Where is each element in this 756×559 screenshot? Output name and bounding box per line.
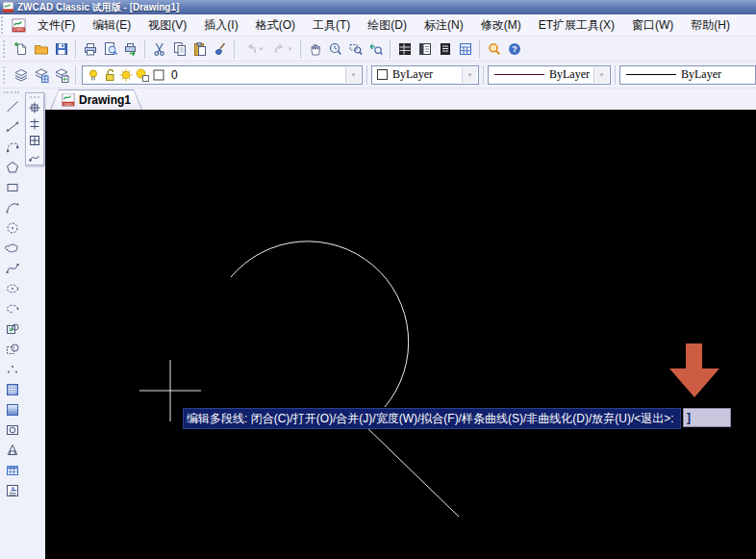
- menu-item-etx[interactable]: ET扩展工具(X): [530, 14, 623, 37]
- curve-snap-icon: [28, 150, 41, 164]
- arc-button[interactable]: [3, 198, 22, 217]
- paste-button[interactable]: [189, 38, 210, 59]
- line-button[interactable]: [3, 97, 22, 116]
- polygon-button[interactable]: [3, 158, 22, 177]
- dwg-logo-icon[interactable]: DWG: [8, 15, 29, 35]
- layer-states-icon: [34, 67, 49, 83]
- find-icon: [487, 41, 502, 57]
- toolbar-separator: [75, 65, 76, 85]
- spline-button[interactable]: [3, 259, 22, 278]
- construction-line-button[interactable]: [3, 117, 22, 137]
- menu-item-t[interactable]: 工具(T): [304, 14, 359, 37]
- plot-button[interactable]: [120, 38, 140, 59]
- command-input-field[interactable]: ]: [683, 408, 731, 427]
- sun-icon[interactable]: [118, 67, 134, 83]
- title-bar[interactable]: ZWCAD Classic 试用版 - [Drawing1]: [0, 0, 756, 14]
- point-button[interactable]: [3, 360, 22, 379]
- draw-toolbar-grip[interactable]: [4, 91, 19, 95]
- menu-item-e[interactable]: 编辑(E): [84, 14, 139, 37]
- print-preview-button[interactable]: [100, 38, 120, 59]
- layer-states-button[interactable]: [31, 64, 51, 85]
- make-block-button[interactable]: [3, 340, 22, 359]
- undo-button[interactable]: ▾: [239, 38, 267, 59]
- properties-palette-button[interactable]: [394, 38, 415, 59]
- region-icon: [5, 422, 20, 438]
- menu-item-v[interactable]: 视图(V): [139, 14, 195, 37]
- rectangle-button[interactable]: [3, 178, 22, 197]
- print-button[interactable]: [80, 38, 100, 59]
- save-button[interactable]: [51, 38, 71, 59]
- new-file-button[interactable]: [11, 38, 31, 59]
- properties-toolbar-grip[interactable]: [3, 66, 8, 84]
- zoom-window-button[interactable]: [345, 38, 365, 59]
- quickcalc-button[interactable]: [455, 38, 475, 59]
- model-space-canvas[interactable]: [45, 110, 756, 559]
- circle-button[interactable]: [3, 218, 22, 238]
- callout-down-arrow-icon: [669, 343, 719, 401]
- insert-block-button[interactable]: [3, 319, 22, 339]
- menu-item-d[interactable]: 绘图(D): [359, 14, 416, 37]
- grid-snap-button[interactable]: [27, 133, 42, 148]
- zoom-previous-button[interactable]: [365, 38, 386, 59]
- linetype-combobox[interactable]: ByLayer ▾: [488, 65, 611, 85]
- redo-dropdown-icon[interactable]: ▾: [289, 45, 292, 53]
- plot-state-icon[interactable]: [135, 67, 150, 83]
- cut-button[interactable]: [149, 38, 169, 59]
- zoom-realtime-button[interactable]: [325, 38, 345, 59]
- lock-icon[interactable]: [102, 67, 117, 83]
- linetype-sample-icon: [494, 74, 544, 75]
- tool-palettes-button[interactable]: [435, 38, 455, 59]
- main-area: [0, 110, 756, 559]
- menu-item-o[interactable]: 格式(O): [247, 14, 304, 37]
- midpoint-button[interactable]: [27, 116, 42, 132]
- pan-button[interactable]: [305, 38, 325, 59]
- table-icon: [5, 463, 20, 478]
- gradient-button[interactable]: [3, 400, 22, 419]
- open-folder-button[interactable]: [31, 38, 51, 59]
- layer-previous-button[interactable]: [51, 64, 71, 85]
- zwcad-app-icon: [3, 0, 13, 16]
- designcenter-button[interactable]: [415, 38, 435, 59]
- revision-cloud-button[interactable]: [3, 239, 22, 258]
- snap-point-button[interactable]: [27, 100, 42, 115]
- rectangle-icon: [5, 180, 20, 195]
- lineweight-combobox[interactable]: ByLayer: [619, 65, 756, 85]
- tab-drawing1[interactable]: DWG Drawing1: [50, 89, 142, 110]
- redo-button[interactable]: ▾: [267, 38, 296, 59]
- help-button[interactable]: ?: [504, 38, 524, 59]
- color-combobox[interactable]: ByLayer ▾: [371, 65, 479, 85]
- osnap-toolbar-grip[interactable]: [30, 96, 39, 98]
- redo-icon: [272, 41, 288, 57]
- curve-snap-button[interactable]: [27, 149, 42, 165]
- layer-combobox[interactable]: 0 ▾: [82, 65, 363, 85]
- bulb-icon[interactable]: [86, 67, 101, 83]
- layer-combo-dropdown-icon[interactable]: ▾: [345, 67, 361, 83]
- toolbar-separator: [483, 65, 484, 85]
- menu-item-f[interactable]: 文件(F): [29, 14, 84, 37]
- polyline-button[interactable]: [3, 138, 22, 157]
- undo-dropdown-icon[interactable]: ▾: [260, 45, 264, 53]
- menu-item-i[interactable]: 插入(I): [195, 14, 246, 37]
- hatch-button[interactable]: [3, 380, 22, 399]
- standard-toolbar-grip[interactable]: [3, 40, 8, 58]
- point-icon: [5, 362, 20, 377]
- layer-manager-button[interactable]: [11, 64, 31, 85]
- find-button[interactable]: [484, 38, 504, 59]
- mtext-button[interactable]: A: [3, 481, 22, 500]
- menu-item-w[interactable]: 窗口(W): [623, 14, 682, 37]
- copy-button[interactable]: [169, 38, 189, 59]
- menubar-grip[interactable]: [1, 16, 6, 34]
- wipeout-button[interactable]: [3, 441, 22, 460]
- menu-item-m[interactable]: 修改(M): [472, 14, 530, 37]
- ellipse-arc-button[interactable]: [3, 299, 22, 318]
- table-button[interactable]: [3, 461, 22, 480]
- color-combo-dropdown-icon[interactable]: ▾: [462, 67, 477, 83]
- linetype-combo-dropdown-icon[interactable]: ▾: [593, 67, 609, 83]
- format-painter-button[interactable]: [210, 38, 230, 59]
- region-button[interactable]: [3, 420, 22, 440]
- color-swatch-icon[interactable]: [151, 67, 166, 83]
- menu-item-h[interactable]: 帮助(H): [682, 14, 739, 37]
- menu-item-n[interactable]: 标注(N): [416, 14, 472, 37]
- ellipse-button[interactable]: [3, 279, 22, 298]
- pan-icon: [308, 41, 323, 57]
